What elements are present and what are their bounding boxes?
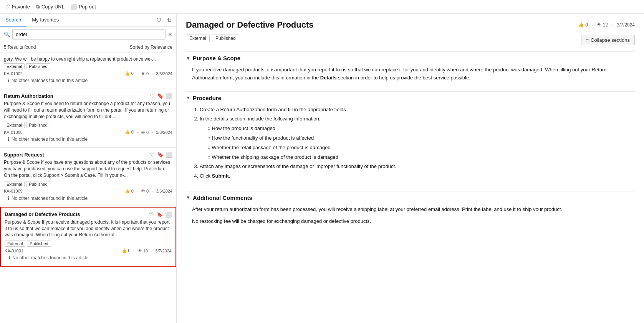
share-icon[interactable]: ⬜: [165, 211, 172, 218]
info-icon: ℹ: [8, 196, 10, 201]
tab-icons: ⛉ ⇅: [155, 14, 176, 26]
main-layout: Search My favorites ⛉ ⇅ 🔍 ✕ 5 Results fo…: [0, 14, 644, 323]
article-section-procedure: ▼ Procedure Create a Return Authorizatio…: [186, 91, 635, 185]
dot: ·: [137, 130, 138, 135]
left-panel: Search My favorites ⛉ ⇅ 🔍 ✕ 5 Results fo…: [0, 14, 177, 323]
collapse-label: Collapse sections: [591, 37, 630, 43]
sort-icon[interactable]: ⇅: [166, 16, 173, 24]
likes: 👍 0: [125, 71, 134, 76]
result-tags: External Published: [4, 63, 172, 69]
no-match: ℹ No other matches found in this article: [4, 194, 172, 204]
section-header-comments[interactable]: ▼ Additional Comments: [186, 191, 635, 203]
tag-external: External: [5, 241, 25, 247]
likes-count: 👍 0: [578, 22, 588, 28]
search-icon: 🔍: [4, 31, 10, 37]
dot2: ·: [152, 130, 153, 135]
list-item[interactable]: Damaged or Defective Products ♡ 🔖 ⬜ Purp…: [0, 207, 176, 267]
views-count: 👁 12: [597, 22, 608, 28]
procedure-step-1: Create a Return Authorization form and f…: [200, 106, 635, 114]
additional-comments-2: No restocking fee will be charged for ex…: [192, 218, 635, 226]
heart-icon[interactable]: ♡: [149, 211, 154, 218]
likes: 👍 0: [125, 130, 134, 135]
ka-id: KA-01002: [4, 71, 23, 76]
procedure-step-3: Attach any images or screenshots of the …: [200, 163, 635, 171]
result-meta-right: 👍 0 · 👁 0 · 3/6/2024: [125, 71, 172, 76]
result-excerpt: Purpose & Scope If you receive damaged p…: [5, 219, 172, 238]
chevron-down-icon: ▼: [186, 195, 190, 200]
tag-published: Published: [26, 181, 50, 187]
top-bar: ♡ Favorite ⧉ Copy URL ⬜ Pop out: [0, 0, 644, 14]
procedure-step-4: Click Submit.: [200, 172, 635, 180]
article-section-purpose: ▼ Purpose & Scope If you receive damaged…: [186, 51, 635, 85]
submit-bold: Submit.: [212, 173, 230, 179]
tag-published: Published: [212, 35, 239, 42]
tab-favorites[interactable]: My favorites: [26, 14, 64, 26]
tag-published: Published: [27, 241, 51, 247]
purpose-text: If you receive damaged products, it is i…: [192, 66, 635, 82]
result-header: Return Authorization ♡ 🔖 ⬜: [4, 93, 172, 99]
views: 👁 0: [141, 189, 149, 193]
heart-icon[interactable]: ♡: [150, 93, 155, 99]
result-title: Support Request: [4, 152, 44, 158]
chevron-down-icon: ▼: [186, 56, 190, 61]
result-tags: External Published: [5, 241, 172, 247]
pop-out-action[interactable]: ⬜ Pop out: [71, 4, 96, 10]
popout-icon: ⬜: [71, 4, 77, 10]
section-title-procedure: Procedure: [193, 95, 221, 101]
bookmark-icon[interactable]: 🔖: [156, 211, 163, 218]
result-title: Return Authorization: [4, 93, 53, 99]
views: 👁 0: [141, 71, 149, 76]
result-tags: External Published: [4, 122, 172, 128]
result-header: Damaged or Defective Products ♡ 🔖 ⬜: [5, 211, 172, 218]
article-date: 3/7/2024: [617, 22, 635, 28]
tab-search[interactable]: Search: [0, 14, 26, 26]
details-bold: Details: [320, 75, 337, 81]
pop-out-label: Pop out: [79, 4, 96, 10]
bookmark-icon[interactable]: 🔖: [157, 93, 164, 99]
result-actions: ♡ 🔖 ⬜: [149, 211, 172, 218]
copy-icon: ⧉: [36, 4, 40, 10]
clear-search-button[interactable]: ✕: [168, 31, 172, 38]
collapse-sections-button[interactable]: ≡ Collapse sections: [581, 35, 635, 45]
heart-icon[interactable]: ♡: [150, 152, 155, 158]
filter-icon[interactable]: ⛉: [155, 16, 163, 24]
article-title: Damaged or Defective Products: [186, 20, 314, 30]
section-header-procedure[interactable]: ▼ Procedure: [186, 91, 635, 103]
dot2: ·: [151, 249, 152, 253]
list-item[interactable]: Return Authorization ♡ 🔖 ⬜ Purpose & Sco…: [0, 89, 176, 148]
result-actions: ♡ 🔖 ⬜: [150, 93, 172, 99]
result-tags: External Published: [4, 181, 172, 187]
section-header-purpose[interactable]: ▼ Purpose & Scope: [186, 51, 635, 63]
result-excerpt-top: gory. We will be happy to overnight ship…: [4, 56, 172, 62]
sub-step-1: How the product is damaged: [207, 125, 635, 133]
share-icon[interactable]: ⬜: [166, 93, 172, 99]
article-meta-right: 👍 0 · 👁 12 · 3/7/2024: [578, 22, 635, 28]
favorite-action[interactable]: ♡ Favorite: [5, 4, 30, 10]
dot: ·: [137, 189, 138, 193]
sort-label: Sorted by Relevance: [130, 44, 172, 50]
share-icon[interactable]: ⬜: [166, 152, 172, 158]
section-body-procedure: Create a Return Authorization form and f…: [186, 103, 635, 185]
dot: ·: [137, 71, 138, 76]
date: 3/6/2024: [156, 189, 172, 193]
list-item[interactable]: Support Request ♡ 🔖 ⬜ Purpose & Scope If…: [0, 148, 176, 206]
result-meta-right: 👍 0 · 👁 0 · 3/6/2024: [125, 189, 172, 194]
collapse-icon: ≡: [586, 37, 589, 43]
bookmark-icon[interactable]: 🔖: [157, 152, 164, 158]
copy-url-action[interactable]: ⧉ Copy URL: [36, 4, 65, 10]
result-header: Support Request ♡ 🔖 ⬜: [4, 152, 172, 158]
views: 👁 0: [141, 130, 149, 135]
chevron-down-icon: ▼: [186, 95, 190, 101]
search-input[interactable]: [12, 29, 166, 40]
top-bar-actions: ♡ Favorite ⧉ Copy URL ⬜ Pop out: [5, 4, 96, 10]
info-icon: ℹ: [8, 137, 10, 142]
ka-id: KA-01008: [4, 130, 23, 135]
result-title: Damaged or Defective Products: [5, 211, 80, 217]
sub-step-2: How the functionality of the product is …: [207, 134, 635, 142]
article-tags: External Published: [186, 35, 239, 42]
result-meta: KA-01008 👍 0 · 👁 0 · 3/6/2024: [4, 130, 172, 135]
tag-external: External: [186, 35, 210, 42]
result-excerpt: Purpose & Scope If you have any question…: [4, 159, 172, 178]
list-item[interactable]: gory. We will be happy to overnight ship…: [0, 53, 176, 89]
section-title-comments: Additional Comments: [193, 194, 252, 201]
